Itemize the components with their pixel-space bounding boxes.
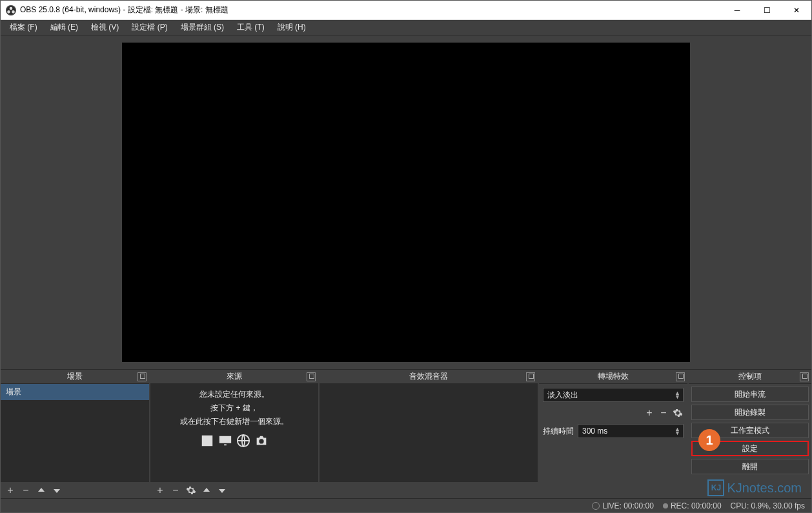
status-rec: REC: 00:00:00 (663, 501, 722, 510)
duration-spinner[interactable]: 300 ms ▲▼ (578, 424, 684, 438)
mixer-body (320, 384, 538, 481)
live-indicator-icon (592, 502, 600, 510)
dock-mixer-header: 音效混音器 (320, 370, 538, 384)
app-window: OBS 25.0.8 (64-bit, windows) - 設定檔: 無標題 … (0, 0, 812, 513)
app-body: 檔案 (F) 編輯 (E) 檢視 (V) 設定檔 (P) 場景群組 (S) 工具… (1, 20, 811, 512)
duration-value: 300 ms (582, 427, 607, 436)
sources-toolbar: + − (150, 481, 318, 498)
dock-sources-header: 來源 (150, 370, 318, 384)
menu-help[interactable]: 說明 (H) (271, 21, 312, 34)
dock-transitions-title: 轉場特效 (598, 371, 629, 382)
add-transition-button[interactable]: + (644, 407, 655, 419)
popout-icon[interactable] (526, 372, 535, 381)
dock-sources: 來源 您未設定任何來源。 按下方 + 鍵， 或在此按下右鍵新增一個來源。 (150, 370, 318, 498)
remove-scene-button[interactable]: − (20, 485, 32, 496)
source-properties-button[interactable] (185, 485, 197, 496)
popout-icon[interactable] (137, 372, 147, 381)
menubar: 檔案 (F) 編輯 (E) 檢視 (V) 設定檔 (P) 場景群組 (S) 工具… (1, 20, 811, 35)
start-record-button[interactable]: 開始錄製 (691, 405, 809, 420)
add-source-button[interactable]: + (154, 485, 166, 496)
source-type-icons (200, 434, 269, 448)
exit-button[interactable]: 離開 (691, 459, 809, 474)
display-source-icon (218, 434, 232, 448)
annotation-badge-1: 1 (698, 429, 720, 451)
mixer-toolbar (320, 481, 538, 498)
rec-time: REC: 00:00:00 (671, 501, 722, 510)
scene-item[interactable]: 場景 (1, 384, 149, 400)
annotation-number: 1 (705, 433, 713, 448)
svg-point-2 (259, 439, 263, 443)
duration-label: 持續時間 (543, 426, 574, 437)
source-up-button[interactable] (201, 485, 212, 496)
dock-mixer: 音效混音器 (320, 370, 538, 498)
dock-scenes: 場景 場景 + − (1, 370, 149, 498)
statusbar: LIVE: 00:00:00 REC: 00:00:00 CPU: 0.9%, … (1, 498, 811, 512)
menu-scene-collection[interactable]: 場景群組 (S) (174, 21, 230, 34)
dock-sources-title: 來源 (227, 371, 242, 382)
dock-mixer-title: 音效混音器 (409, 371, 448, 382)
dock-scenes-title: 場景 (67, 371, 83, 382)
docks: 場景 場景 + − 來源 (1, 369, 811, 498)
status-cpu: CPU: 0.9%, 30.00 fps (731, 501, 805, 510)
dock-controls-title: 控制項 (738, 371, 762, 382)
maximize-button[interactable]: ☐ (752, 1, 782, 19)
transitions-body: 淡入淡出 ▲▼ + − 持續時間 300 ms ▲▼ (539, 384, 687, 498)
preview-canvas[interactable] (122, 43, 690, 362)
scene-down-button[interactable] (51, 485, 63, 496)
source-down-button[interactable] (216, 485, 228, 496)
sources-help-line2: 按下方 + 鍵， (210, 403, 258, 414)
camera-source-icon (254, 434, 269, 448)
menu-tools[interactable]: 工具 (T) (230, 21, 271, 34)
sources-help-line1: 您未設定任何來源。 (199, 389, 269, 400)
scenes-toolbar: + − (1, 481, 149, 498)
rec-indicator-icon (663, 503, 668, 508)
close-button[interactable]: ✕ (782, 1, 811, 19)
dock-scenes-header: 場景 (1, 370, 149, 384)
image-source-icon (200, 434, 214, 448)
titlebar: OBS 25.0.8 (64-bit, windows) - 設定檔: 無標題 … (1, 1, 811, 20)
preview-area (1, 35, 811, 369)
browser-source-icon (236, 434, 250, 448)
transition-properties-button[interactable] (672, 407, 684, 419)
transition-select[interactable]: 淡入淡出 ▲▼ (543, 388, 684, 402)
window-buttons: ─ ☐ ✕ (722, 1, 811, 19)
status-live: LIVE: 00:00:00 (592, 501, 653, 510)
menu-edit[interactable]: 編輯 (E) (44, 21, 85, 34)
watermark: KJ KJnotes.com (707, 479, 802, 496)
start-stream-button[interactable]: 開始串流 (691, 387, 809, 402)
watermark-icon: KJ (707, 479, 724, 496)
dock-transitions-header: 轉場特效 (539, 370, 687, 384)
popout-icon[interactable] (307, 372, 316, 381)
cpu-text: CPU: 0.9%, 30.00 fps (731, 501, 805, 510)
live-time: LIVE: 00:00:00 (602, 501, 653, 510)
menu-view[interactable]: 檢視 (V) (85, 21, 125, 34)
menu-profile[interactable]: 設定檔 (P) (125, 21, 174, 34)
dock-transitions: 轉場特效 淡入淡出 ▲▼ + − (539, 370, 687, 498)
obs-logo-icon (6, 5, 16, 15)
watermark-text: KJnotes.com (727, 481, 802, 496)
remove-source-button[interactable]: − (170, 485, 181, 496)
popout-icon[interactable] (800, 372, 809, 381)
transition-selected: 淡入淡出 (547, 390, 578, 401)
menu-file[interactable]: 檔案 (F) (3, 21, 44, 34)
sources-list[interactable]: 您未設定任何來源。 按下方 + 鍵， 或在此按下右鍵新增一個來源。 (150, 384, 318, 481)
remove-transition-button[interactable]: − (658, 407, 669, 419)
window-title: OBS 25.0.8 (64-bit, windows) - 設定檔: 無標題 … (20, 5, 722, 15)
dock-controls-header: 控制項 (689, 370, 811, 384)
scenes-list: 場景 (1, 384, 149, 481)
popout-icon[interactable] (676, 372, 685, 381)
sources-help-line3: 或在此按下右鍵新增一個來源。 (180, 416, 289, 427)
minimize-button[interactable]: ─ (722, 1, 752, 19)
add-scene-button[interactable]: + (5, 485, 16, 496)
scene-up-button[interactable] (36, 485, 47, 496)
